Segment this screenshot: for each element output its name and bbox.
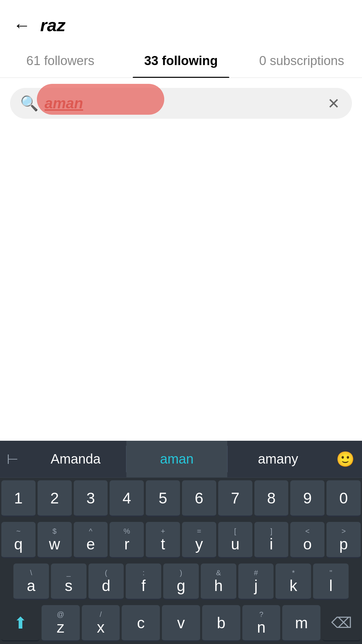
key-g[interactable]: )g xyxy=(163,564,199,600)
key-e[interactable]: ^e xyxy=(74,522,108,558)
key-t[interactable]: +t xyxy=(146,522,180,558)
cursor-icon: ⊢ xyxy=(0,441,25,477)
autocomplete-aman[interactable]: aman xyxy=(126,441,227,477)
key-n[interactable]: ?n xyxy=(242,605,281,641)
key-b[interactable]: b xyxy=(202,605,240,641)
search-icon: 🔍 xyxy=(20,95,39,112)
shift-icon: ⬆ xyxy=(14,613,27,632)
key-y[interactable]: =y xyxy=(182,522,216,558)
search-container: 🔍 ✕ xyxy=(0,78,362,129)
key-3[interactable]: 3 xyxy=(74,480,108,517)
keyboard: ⊢ Amanda aman amany 🙂 1 2 3 4 5 6 7 8 9 … xyxy=(0,441,362,644)
key-a[interactable]: \a xyxy=(13,564,49,600)
key-x[interactable]: /x xyxy=(82,605,120,641)
shift-key[interactable]: ⬆ xyxy=(1,605,40,641)
page-title: raz xyxy=(40,15,65,35)
close-icon: ✕ xyxy=(327,95,340,112)
key-7[interactable]: 7 xyxy=(218,480,252,517)
backspace-key[interactable]: ⌫ xyxy=(322,605,361,641)
keyboard-row-3: ⬆ @z /x c v b ?n m ⌫ xyxy=(0,602,362,644)
key-s[interactable]: _s xyxy=(51,564,86,600)
key-o[interactable]: <o xyxy=(290,522,324,558)
header: ← raz xyxy=(0,0,362,44)
backspace-icon: ⌫ xyxy=(331,614,352,631)
key-h[interactable]: &h xyxy=(201,564,236,600)
key-4[interactable]: 4 xyxy=(110,480,144,517)
autocomplete-amanda[interactable]: Amanda xyxy=(25,441,126,477)
key-9[interactable]: 9 xyxy=(290,480,324,517)
key-f[interactable]: :f xyxy=(126,564,161,600)
key-5[interactable]: 5 xyxy=(146,480,180,517)
key-l[interactable]: "l xyxy=(313,564,349,600)
key-d[interactable]: (d xyxy=(88,564,124,600)
emoji-icon: 🙂 xyxy=(336,450,355,468)
key-z[interactable]: @z xyxy=(42,605,80,641)
text-cursor-icon: ⊢ xyxy=(7,451,18,467)
back-button[interactable]: ← xyxy=(10,13,34,37)
key-p[interactable]: >p xyxy=(326,522,361,558)
key-2[interactable]: 2 xyxy=(38,480,72,517)
key-v[interactable]: v xyxy=(162,605,200,641)
tab-following[interactable]: 33 following xyxy=(121,44,241,77)
key-6[interactable]: 6 xyxy=(182,480,216,517)
key-u[interactable]: [u xyxy=(218,522,252,558)
key-8[interactable]: 8 xyxy=(254,480,289,517)
key-k[interactable]: *k xyxy=(276,564,311,600)
key-0[interactable]: 0 xyxy=(326,480,361,517)
content-area xyxy=(0,129,362,303)
keyboard-row-2: \a _s (d :f )g &h #j *k "l xyxy=(0,561,362,602)
search-bar: 🔍 ✕ xyxy=(10,88,352,119)
autocomplete-row: ⊢ Amanda aman amany 🙂 xyxy=(0,441,362,478)
key-i[interactable]: ]i xyxy=(254,522,289,558)
key-w[interactable]: $w xyxy=(38,522,72,558)
number-row: 1 2 3 4 5 6 7 8 9 0 xyxy=(0,478,362,519)
key-r[interactable]: %r xyxy=(110,522,144,558)
autocomplete-amany[interactable]: amany xyxy=(228,441,328,477)
clear-button[interactable]: ✕ xyxy=(325,95,342,112)
key-c[interactable]: c xyxy=(122,605,160,641)
key-1[interactable]: 1 xyxy=(1,480,36,517)
back-arrow-icon: ← xyxy=(13,16,31,34)
key-q[interactable]: ~q xyxy=(1,522,36,558)
search-input[interactable] xyxy=(45,95,325,112)
emoji-button[interactable]: 🙂 xyxy=(328,441,362,477)
tab-followers[interactable]: 61 followers xyxy=(0,44,121,77)
tab-subscriptions[interactable]: 0 subscriptions xyxy=(241,44,362,77)
tabs-container: 61 followers 33 following 0 subscription… xyxy=(0,44,362,78)
key-m[interactable]: m xyxy=(282,605,320,641)
keyboard-row-1: ~q $w ^e %r +t =y [u ]i <o >p xyxy=(0,519,362,561)
key-j[interactable]: #j xyxy=(238,564,274,600)
